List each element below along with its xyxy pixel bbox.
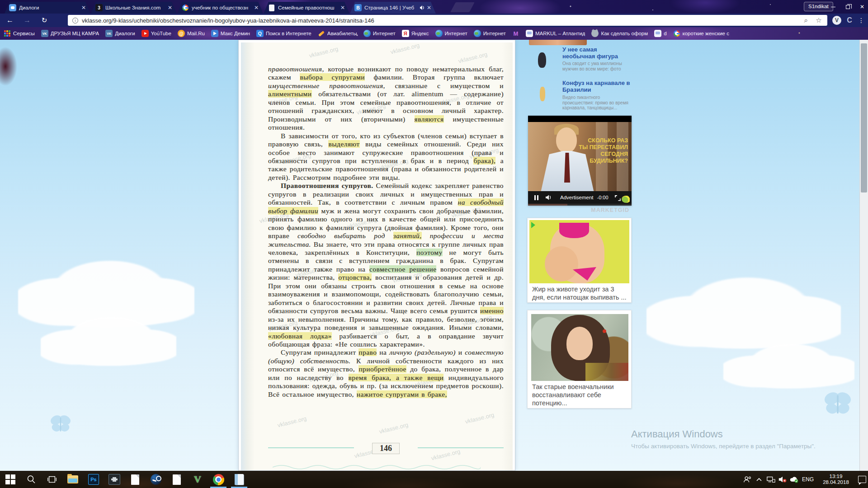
site-watermark: vklasse.org <box>308 45 339 59</box>
teaser-ad-1[interactable]: У нее самая необычная фигура Она сводит … <box>528 46 632 78</box>
photoshop-button[interactable]: Ps <box>83 471 104 488</box>
bookmark-label: Поиск в Интернете <box>266 31 311 36</box>
ad-image[interactable] <box>529 220 629 283</box>
fullscreen-icon[interactable] <box>615 195 620 200</box>
bookmark-internet-3[interactable]: Интернет <box>474 30 506 37</box>
scrollbar-thumb[interactable] <box>861 43 867 192</box>
tab-close-icon[interactable]: ✕ <box>426 5 432 11</box>
video-ad-player[interactable]: Сколько раз ты переставил сегодня будиль… <box>528 116 632 206</box>
ad-network-label[interactable]: MARKETGID <box>528 207 629 213</box>
gta-v-button[interactable]: V <box>187 471 208 488</box>
textbook-paragraph: правоотношения, которые возникают по пов… <box>268 65 504 132</box>
extension-v-icon[interactable]: V <box>832 15 842 25</box>
native-ad-2[interactable]: Так старые военачальники восстанавливают… <box>527 310 632 408</box>
ad-caption[interactable]: Жир на животе уходит за 3 дня, если нато… <box>532 285 627 301</box>
new-tab-button[interactable] <box>450 2 475 12</box>
volume-icon[interactable] <box>546 195 552 200</box>
tab-dialogi[interactable]: Диалоги ✕ <box>5 2 90 14</box>
volume-muted-icon[interactable] <box>777 471 788 488</box>
ad-caption[interactable]: Так старые военачальники восстанавливают… <box>532 383 627 407</box>
search-icon[interactable]: ⌕ <box>802 16 810 24</box>
bookmark-internet-2[interactable]: Интернет <box>435 30 467 37</box>
video-progress-bar[interactable] <box>528 204 632 206</box>
teaser-ad-2[interactable]: Конфуз на карнавале в Бразилии Видео пик… <box>528 80 632 112</box>
document-app-button-2[interactable] <box>166 471 187 488</box>
reload-icon[interactable]: ↻ <box>39 15 50 26</box>
tab-znanija[interactable]: 3 Школьные Знания.com ✕ <box>91 2 177 14</box>
tray-overflow-chevron[interactable] <box>753 471 765 488</box>
tab-strip: Диалоги ✕ 3 Школьные Знания.com ✕ учебни… <box>5 2 436 14</box>
language-indicator[interactable]: ENG <box>800 476 816 483</box>
globe-icon <box>435 30 443 37</box>
native-ad-1[interactable]: Жир на животе уходит за 3 дня, если нато… <box>527 218 632 303</box>
steam-button[interactable] <box>146 471 166 488</box>
action-center-icon[interactable] <box>856 471 868 488</box>
ad-title[interactable]: У нее самая необычная фигура <box>562 46 631 60</box>
pause-icon[interactable] <box>534 195 538 200</box>
video-editor-button[interactable] <box>104 471 125 488</box>
taskbar-search-button[interactable] <box>21 471 42 488</box>
page-scrollbar[interactable] <box>859 40 868 471</box>
ad-network-logo-icon[interactable] <box>622 196 631 203</box>
close-button[interactable]: ✕ <box>855 0 868 14</box>
ad-description[interactable]: Видео пикантного происшествия: прямо во … <box>562 95 631 111</box>
bookmark-label: MARKUL – Атлантид <box>535 31 585 36</box>
ad-description[interactable]: Она сводит с ума миллионы мужчин во всем… <box>562 61 631 71</box>
bookmark-aviabilety[interactable]: Авиабилеты <box>318 30 357 37</box>
bookmark-kak-sdelat[interactable]: Как сделать оформ <box>591 30 648 37</box>
apps-grid-icon <box>4 30 11 37</box>
youtube-icon <box>142 30 149 37</box>
network-icon[interactable] <box>765 471 777 488</box>
cloud <box>646 277 841 349</box>
tab-semeynye[interactable]: Семейные правоотнош ✕ <box>264 2 349 14</box>
ad-image[interactable] <box>531 314 628 381</box>
back-icon[interactable]: ← <box>5 15 15 26</box>
bookmark-star-icon[interactable]: ☆ <box>815 16 823 24</box>
bookmarks-bar: Сервисы VK ДРУЗЬЯ МЦ КАМРА VK Диалоги Yo… <box>0 27 868 40</box>
tab-close-icon[interactable]: ✕ <box>167 5 173 11</box>
bookmark-internet-1[interactable]: Интернет <box>363 30 396 37</box>
task-view-button[interactable] <box>42 471 62 488</box>
ad-title[interactable]: Конфуз на карнавале в Бразилии <box>562 80 631 93</box>
tab-close-icon[interactable]: ✕ <box>80 5 87 11</box>
bookmark-m[interactable]: M <box>512 30 519 37</box>
onedrive-cloud-icon[interactable] <box>788 471 800 488</box>
url-text[interactable]: vklasse.org/9-klass/uchebniki/obschestvo… <box>82 17 797 24</box>
tab-close-icon[interactable]: ✕ <box>253 5 259 11</box>
extension-c-icon[interactable]: C <box>844 15 854 25</box>
tab-close-icon[interactable]: ✕ <box>340 5 346 11</box>
bookmark-poisk[interactable]: Q Поиск в Интернете <box>256 30 311 37</box>
bookmark-label: YouTube <box>151 31 171 36</box>
people-icon[interactable] <box>741 471 753 488</box>
partial-ad-image[interactable] <box>529 40 587 45</box>
bookmark-youtube[interactable]: YouTube <box>142 30 171 37</box>
forward-icon[interactable]: → <box>22 15 33 26</box>
bookmark-druzya[interactable]: VK ДРУЗЬЯ МЦ КАМРА <box>41 30 99 37</box>
bookmark-yandex[interactable]: Я Яндекс <box>402 30 429 37</box>
bookmark-servisy[interactable]: Сервисы <box>4 30 35 37</box>
bookmark-maks-demin[interactable]: Макс Демин <box>211 30 250 37</box>
page-info-icon[interactable]: i <box>72 18 78 23</box>
bookmark-d[interactable]: d <box>654 30 666 37</box>
bookmark-dialogi[interactable]: VK Диалоги <box>105 30 135 37</box>
taskbar-clock[interactable]: 13:19 28.04.2018 <box>818 474 854 485</box>
minimize-button[interactable] <box>826 0 840 14</box>
notepad-button[interactable] <box>229 471 250 488</box>
bookmark-mailru[interactable]: @ Mail.Ru <box>178 30 205 37</box>
start-button[interactable] <box>0 471 21 488</box>
video-man-face <box>556 127 577 153</box>
bookmark-label: ДРУЗЬЯ МЦ КАМРА <box>51 31 99 36</box>
document-app-button[interactable] <box>125 471 146 488</box>
browser-menu-icon[interactable]: ⋮ <box>856 15 866 25</box>
bookmark-markul[interactable]: MARKUL – Атлантид <box>526 30 585 37</box>
url-bar[interactable]: i vklasse.org/9-klass/uchebniki/obschest… <box>68 15 827 26</box>
search-blue-icon: Q <box>256 30 264 37</box>
tab-audio-icon[interactable] <box>420 5 425 10</box>
file-explorer-button[interactable] <box>62 471 83 488</box>
restore-button[interactable] <box>841 0 854 14</box>
tab-uchebnik[interactable]: учебник по обществозн ✕ <box>177 2 263 14</box>
ad-label: Advertisement <box>560 195 594 200</box>
chrome-button[interactable] <box>208 471 229 488</box>
bookmark-korotkie[interactable]: короткие женские с <box>673 30 729 37</box>
tab-stranitsa-146[interactable]: В Страница 146 | Учеб ✕ <box>350 2 436 14</box>
